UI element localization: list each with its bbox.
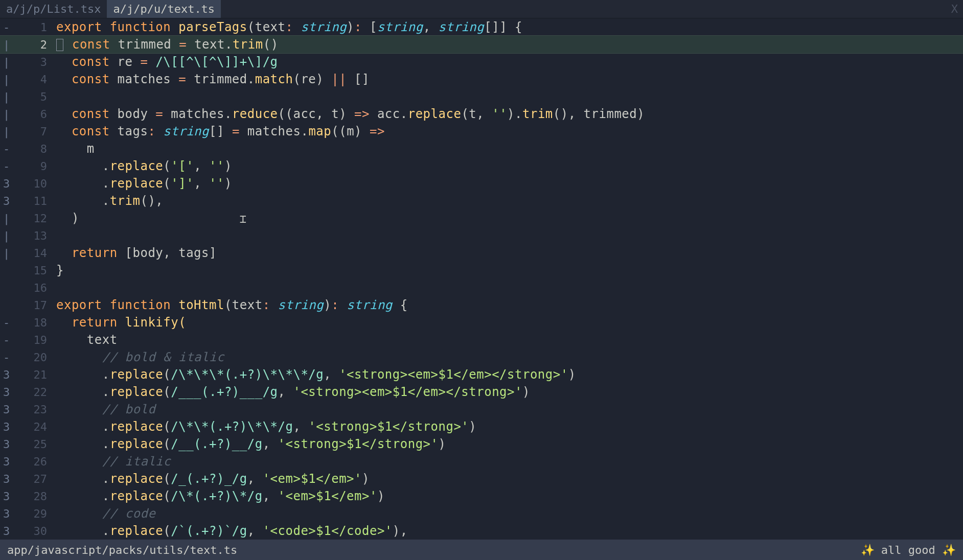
code-content: return linkify( [56, 315, 963, 330]
tab-active[interactable]: a/j/p/u/text.ts [107, 0, 221, 18]
code-line[interactable]: - 8 m [0, 140, 963, 157]
code-content: .replace(/_(.+?)_/g, '<em>$1</em>') [56, 472, 963, 486]
line-number: 24 [15, 421, 56, 433]
code-line[interactable]: | 4 const matches = trimmed.match(re) ||… [0, 71, 963, 88]
sparkle-icon: ✨ [861, 544, 875, 556]
line-number: 27 [15, 473, 56, 485]
status-ok-text: all good [881, 544, 935, 556]
diff-sign: | [0, 38, 15, 51]
status-right: ✨ all good ✨ [861, 544, 956, 556]
diff-sign: - [0, 143, 15, 155]
text-cursor-icon: ⌶ [240, 213, 247, 225]
code-line[interactable]: | 7 const tags: string[] = matches.map((… [0, 123, 963, 140]
line-number: 18 [15, 316, 56, 329]
code-line[interactable]: | 13 [0, 227, 963, 244]
diff-sign: 3 [0, 455, 15, 468]
code-content: const body = matches.reduce((acc, t) => … [56, 107, 963, 121]
code-line[interactable]: | 3 const re = /\[[^\[^\]]+\]/g [0, 53, 963, 71]
code-line[interactable]: | 6 const body = matches.reduce((acc, t)… [0, 105, 963, 123]
code-content: } [56, 263, 963, 277]
line-number: 15 [15, 264, 56, 277]
diff-sign: 3 [0, 525, 15, 538]
diff-sign: | [0, 247, 15, 260]
line-number: 21 [15, 368, 56, 381]
diff-sign: - [0, 160, 15, 173]
code-line[interactable]: 16 [0, 279, 963, 296]
code-line[interactable]: 3 25 .replace(/__(.+?)__/g, '<strong>$1<… [0, 435, 963, 453]
code-line[interactable]: 3 29 // code [0, 505, 963, 522]
code-line-current[interactable]: | 2 const trimmed = text.trim() [0, 36, 963, 53]
line-number: 17 [15, 299, 56, 312]
diff-sign: 3 [0, 507, 15, 520]
code-content: // code [56, 506, 963, 521]
code-content: const matches = trimmed.match(re) || [] [56, 72, 963, 86]
diff-sign: - [0, 351, 15, 364]
line-number: 25 [15, 438, 56, 451]
code-line[interactable]: 3 26 // italic [0, 453, 963, 470]
line-number: 29 [15, 507, 56, 520]
code-content: .trim(), [56, 194, 963, 208]
diff-sign: 3 [0, 490, 15, 503]
tab-inactive[interactable]: a/j/p/List.tsx [0, 0, 107, 18]
line-number: 28 [15, 490, 56, 503]
code-line[interactable]: 17 export function toHtml(text: string):… [0, 296, 963, 314]
line-number: 20 [15, 351, 56, 364]
code-content: .replace(/`(.+?)`/g, '<code>$1</code>'), [56, 524, 963, 538]
line-number: 10 [15, 177, 56, 190]
line-number: 2 [15, 38, 56, 51]
line-number: 26 [15, 455, 56, 468]
code-content: .replace(/__(.+?)__/g, '<strong>$1</stro… [56, 437, 963, 451]
code-line[interactable]: 3 23 // bold [0, 401, 963, 418]
code-line[interactable]: - 1 export function parseTags(text: stri… [0, 18, 963, 36]
code-line[interactable]: - 9 .replace('[', '') [0, 157, 963, 175]
code-content: .replace(/___(.+?)___/g, '<strong><em>$1… [56, 385, 963, 399]
code-line[interactable]: 3 10 .replace(']', '') [0, 175, 963, 192]
line-number: 3 [15, 56, 56, 68]
code-line[interactable]: 3 27 .replace(/_(.+?)_/g, '<em>$1</em>') [0, 470, 963, 487]
code-content: .replace(']', '') [56, 176, 963, 191]
code-line[interactable]: | 14 return [body, tags] [0, 244, 963, 262]
code-line[interactable]: | 5 [0, 88, 963, 105]
line-number: 6 [15, 108, 56, 121]
line-number: 22 [15, 386, 56, 399]
diff-sign: 3 [0, 403, 15, 416]
line-number: 5 [15, 90, 56, 103]
diff-sign: 3 [0, 438, 15, 451]
code-content: const trimmed = text.trim() [56, 37, 963, 52]
code-line[interactable]: 15 } [0, 262, 963, 279]
diff-sign: | [0, 125, 15, 138]
diff-sign: | [0, 73, 15, 86]
close-icon[interactable]: X [951, 3, 958, 15]
code-content: export function toHtml(text: string): st… [56, 298, 963, 312]
diff-sign: - [0, 316, 15, 329]
status-bar: app/javascript/packs/utils/text.ts ✨ all… [0, 540, 963, 560]
code-line[interactable]: 3 24 .replace(/\*\*(.+?)\*\*/g, '<strong… [0, 418, 963, 435]
code-content: // italic [56, 454, 963, 469]
diff-sign: 3 [0, 177, 15, 190]
diff-sign: - [0, 21, 15, 34]
diff-sign: | [0, 90, 15, 103]
code-line[interactable]: - 20 // bold & italic [0, 348, 963, 366]
code-content: m [56, 142, 963, 156]
diff-sign: | [0, 229, 15, 242]
code-content: .replace('[', '') [56, 159, 963, 173]
code-content: ) ⌶ [56, 211, 963, 225]
code-line[interactable]: 3 11 .trim(), [0, 192, 963, 209]
diff-sign: | [0, 108, 15, 121]
code-content: // bold & italic [56, 350, 963, 364]
code-content: const re = /\[[^\[^\]]+\]/g [56, 55, 963, 69]
code-line[interactable]: 3 21 .replace(/\*\*\*(.+?)\*\*\*/g, '<st… [0, 366, 963, 383]
tab-bar: a/j/p/List.tsx a/j/p/u/text.ts X [0, 0, 963, 18]
code-line[interactable]: - 18 return linkify( [0, 314, 963, 331]
code-line[interactable]: 3 30 .replace(/`(.+?)`/g, '<code>$1</cod… [0, 522, 963, 540]
code-editor[interactable]: - 1 export function parseTags(text: stri… [0, 18, 963, 540]
line-number: 19 [15, 334, 56, 346]
line-number: 12 [15, 212, 56, 225]
code-content: return [body, tags] [56, 246, 963, 260]
line-number: 7 [15, 125, 56, 138]
code-line[interactable]: 3 22 .replace(/___(.+?)___/g, '<strong><… [0, 383, 963, 401]
code-line[interactable]: - 19 text [0, 331, 963, 348]
diff-sign: 3 [0, 368, 15, 381]
code-line[interactable]: | 12 ) ⌶ [0, 209, 963, 227]
code-line[interactable]: 3 28 .replace(/\*(.+?)\*/g, '<em>$1</em>… [0, 487, 963, 505]
